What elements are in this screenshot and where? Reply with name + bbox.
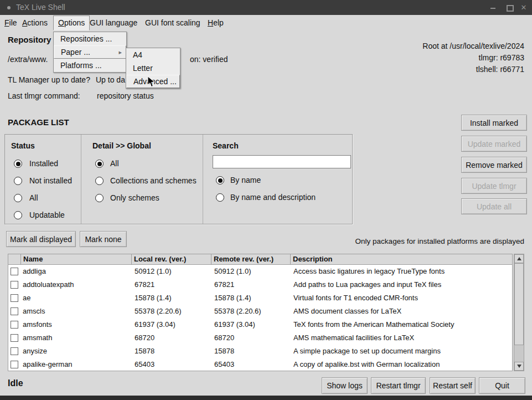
divider [81,135,81,224]
column-checkbox[interactable] [8,254,20,264]
radio-search-by-name-label[interactable]: By name [230,176,261,184]
table-row[interactable]: addliga 50912 (1.0) 50912 (1.0) Access b… [8,265,512,278]
pkg-remote-rev: 15878 [214,345,291,358]
radio-detail-all[interactable] [95,160,104,168]
restart-tlmgr-button[interactable]: Restart tlmgr [371,377,426,394]
radio-status-updatable[interactable] [14,211,22,219]
pkg-description: Virtual fonts for T1 encoded CMR-fonts [293,291,512,305]
mark-all-displayed-button[interactable]: Mark all displayed [6,231,76,247]
pkg-name[interactable]: apalike-german [23,358,129,371]
table-row[interactable]: ae 15878 (1.4) 15878 (1.4) Virtual fonts… [8,291,512,305]
update-all-button: Update all [461,198,527,214]
install-info: Root at /usr/local/texlive/2024 tlmgr: r… [422,40,524,75]
maximize-button[interactable] [503,0,516,15]
row-checkbox[interactable] [11,334,18,342]
restart-self-button[interactable]: Restart self [430,377,476,394]
radio-detail-collections[interactable] [95,177,104,185]
titlebar[interactable]: TeX Live Shell ✕ [0,0,532,15]
scrollbar-thumb[interactable] [514,263,524,345]
column-local-rev[interactable]: Local rev. (ver.) [131,254,211,264]
radio-status-all[interactable] [14,194,22,202]
row-checkbox[interactable] [11,347,18,355]
pkg-local-rev: 61937 (3.04) [135,318,212,331]
radio-status-not-installed-label[interactable]: Not installed [29,176,72,185]
pkg-local-rev: 55378 (2.20.6) [135,305,212,318]
minimize-button[interactable] [486,0,499,15]
radio-status-installed[interactable] [14,160,22,168]
menu-gui-font-scaling[interactable]: GUI font scaling [145,15,200,30]
radio-detail-only-schemes-label[interactable]: Only schemes [110,193,159,202]
pkg-local-rev: 50912 (1.0) [135,265,212,278]
table-row[interactable]: amsfonts 61937 (3.04) 61937 (3.04) TeX f… [8,318,512,331]
menu-help[interactable]: Help [208,15,224,30]
pkg-name[interactable]: anysize [23,345,129,358]
table-row[interactable]: amscls 55378 (2.20.6) 55378 (2.20.6) AMS… [8,305,512,318]
column-remote-rev[interactable]: Remote rev. (ver.) [211,254,290,264]
pkg-remote-rev: 55378 (2.20.6) [214,305,291,318]
menu-item-paper-label: Paper ... [61,48,90,57]
remove-marked-button[interactable]: Remove marked [461,157,527,173]
radio-status-not-installed[interactable] [14,177,22,185]
quit-button[interactable]: Quit [479,377,525,394]
pkg-name[interactable]: amsfonts [23,318,129,331]
show-logs-button[interactable]: Show logs [322,377,368,394]
menu-options[interactable]: Options [53,16,90,30]
table-row[interactable]: anysize 15878 15878 A simple package to … [8,345,512,358]
tlmgr-revision: tlmgr: r69783 [422,52,524,64]
table-row[interactable]: addtoluatexpath 67821 67821 Add paths to… [8,278,512,291]
menubar: File Actions Options GUI language GUI fo… [0,15,532,30]
row-checkbox[interactable] [11,294,18,302]
row-checkbox[interactable] [11,321,18,329]
row-checkbox[interactable] [11,361,18,368]
column-name[interactable]: Name [20,254,131,264]
install-marked-button[interactable]: Install marked [461,115,527,131]
table-header: Name Local rev. (ver.) Remote rev. (ver.… [8,254,513,265]
maximize-icon [507,5,514,12]
window-bottom-edge [0,396,532,400]
scroll-up-button[interactable] [514,254,524,263]
package-table: addliga 50912 (1.0) 50912 (1.0) Access b… [8,265,513,371]
platforms-note: Only packages for installed platforms ar… [355,237,524,245]
menu-file[interactable]: File [4,15,17,30]
pkg-name[interactable]: amscls [23,305,129,318]
radio-detail-collections-label[interactable]: Collections and schemes [110,176,197,185]
mark-none-button[interactable]: Mark none [80,231,127,247]
status-group-label: Status [11,141,35,150]
radio-search-by-name[interactable] [216,176,224,184]
search-input[interactable] [213,155,351,168]
options-dropdown-menu: Repositories ... Paper ... ▸ Platforms .… [53,32,127,73]
close-button[interactable]: ✕ [517,0,530,15]
status-text: Idle [8,378,23,388]
table-row[interactable]: apalike-german 65403 65403 A copy of apa… [8,358,512,371]
row-checkbox[interactable] [11,307,18,315]
pkg-name[interactable]: addtoluatexpath [23,278,129,291]
menu-item-paper[interactable]: Paper ... ▸ [54,45,126,59]
texlive-shell-window: TeX Live Shell ✕ File Actions Options GU… [0,0,532,400]
column-description[interactable]: Description [290,254,512,264]
menu-item-platforms[interactable]: Platforms ... [54,59,126,72]
root-path: Root at /usr/local/texlive/2024 [422,40,524,52]
menu-item-letter[interactable]: Letter [126,61,180,75]
table-row[interactable]: amsmath 68720 68720 AMS mathematical fac… [8,331,512,345]
pkg-name[interactable]: addliga [23,265,129,278]
row-checkbox[interactable] [11,268,18,275]
update-marked-button: Update marked [461,136,527,152]
radio-status-installed-label[interactable]: Installed [29,159,58,168]
radio-detail-only-schemes[interactable] [95,194,104,202]
pkg-remote-rev: 68720 [214,331,291,345]
pkg-name[interactable]: amsmath [23,331,129,345]
radio-status-updatable-label[interactable]: Updatable [29,211,65,219]
menu-item-repositories[interactable]: Repositories ... [54,32,126,45]
pkg-name[interactable]: ae [23,291,129,305]
radio-detail-all-label[interactable]: All [110,159,119,168]
menu-actions[interactable]: Actions [22,15,48,30]
row-checkbox[interactable] [11,281,18,289]
radio-status-all-label[interactable]: All [29,193,38,202]
window-title: TeX Live Shell [16,0,65,15]
table-scrollbar[interactable] [514,254,524,371]
menu-item-a4[interactable]: A4 [126,48,180,61]
radio-search-by-name-desc-label[interactable]: By name and description [230,193,316,202]
scroll-down-button[interactable] [514,362,524,371]
radio-search-by-name-desc[interactable] [216,193,224,202]
menu-gui-language[interactable]: GUI language [90,15,137,30]
